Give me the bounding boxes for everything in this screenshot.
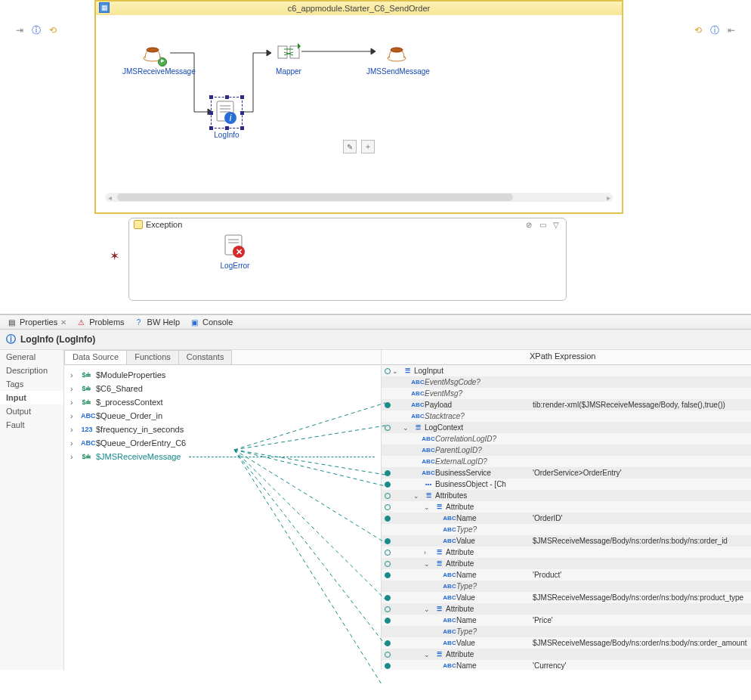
subtab-constants[interactable]: Constants xyxy=(178,350,233,364)
expand-icon[interactable]: ⌄ xyxy=(424,651,432,658)
xpath-expression[interactable]: 'Product' xyxy=(528,571,751,579)
activity-log-info[interactable]: i LogInfo xyxy=(196,97,257,139)
nav-output[interactable]: Output xyxy=(0,404,63,418)
xpath-row[interactable]: ›☰Attribute xyxy=(382,547,751,558)
xpath-expression[interactable]: 'OrderService>OrderEntry' xyxy=(528,469,751,477)
data-source-label: $C6_Shared xyxy=(96,382,143,395)
palette-link-icon[interactable]: ⟲ xyxy=(692,24,704,36)
tab-console[interactable]: ▣ Console xyxy=(189,317,233,327)
palette-arrow-icon[interactable]: ⇤ xyxy=(725,24,737,36)
exception-block[interactable]: ✶ Exception ⊘ ▭ ▽ ✕ LogError xyxy=(128,218,567,301)
process-canvas[interactable]: ▦ c6_appmodule.Starter_C6_SendOrder JMSR… xyxy=(94,0,623,214)
expand-icon[interactable]: › xyxy=(70,423,78,436)
tab-bw-help[interactable]: ? BW Help xyxy=(134,317,180,327)
activity-mapper[interactable]: Mapper xyxy=(258,39,319,76)
xpath-row[interactable]: ABCExternalLogID? xyxy=(382,456,751,467)
xpath-row[interactable]: ABCPayloadtib:render-xml($JMSReceiveMess… xyxy=(382,399,751,410)
dollar-type-icon: $≐ xyxy=(81,450,93,463)
palette-link-icon[interactable]: ⟲ xyxy=(47,24,59,36)
xpath-expression[interactable]: $JMSReceiveMessage/Body/ns:order/ns:body… xyxy=(528,537,751,545)
xpath-row[interactable]: ⌄☰Attribute xyxy=(382,603,751,615)
xpath-row[interactable]: ABCType? xyxy=(382,581,751,592)
data-source-item[interactable]: ›$≐$C6_Shared xyxy=(70,382,375,395)
xpath-row[interactable]: ABCStacktrace? xyxy=(382,410,751,422)
palette-info-icon[interactable]: ⓘ xyxy=(709,24,721,36)
nav-fault[interactable]: Fault xyxy=(0,418,63,432)
xpath-row[interactable]: ABCParentLogID? xyxy=(382,444,751,456)
xpath-row[interactable]: ⌄☰Attributes xyxy=(382,490,751,501)
xpath-expression[interactable]: tib:render-xml($JMSReceiveMessage/Body, … xyxy=(528,401,751,409)
expand-icon[interactable]: ⌄ xyxy=(413,492,422,500)
xpath-row[interactable]: ABCEventMsg? xyxy=(382,388,751,399)
link-icon[interactable]: ⊘ xyxy=(524,220,534,229)
expand-icon[interactable]: › xyxy=(70,450,78,463)
canvas-h-scrollbar[interactable]: ◂ ▸ xyxy=(105,193,613,202)
scroll-right-icon[interactable]: ▸ xyxy=(604,194,613,202)
xpath-row[interactable]: ABCCorrelationLogID? xyxy=(382,433,751,444)
xpath-row[interactable]: ABCValue$JMSReceiveMessage/Body/ns:order… xyxy=(382,592,751,603)
activity-jms-send[interactable]: JMSSendMessage xyxy=(366,39,427,76)
xpath-row[interactable]: ABCType? xyxy=(382,524,751,535)
xpath-row[interactable]: ⌄☰LogContext xyxy=(382,422,751,433)
xpath-row[interactable]: ABCValue$JMSReceiveMessage/Body/ns:order… xyxy=(382,637,751,649)
expand-icon[interactable]: ⌄ xyxy=(424,503,432,511)
activity-jms-receive[interactable]: JMSReceiveMessage xyxy=(122,39,183,76)
data-source-item[interactable]: ›$≐$JMSReceiveMessage xyxy=(70,450,375,463)
xpath-row[interactable]: ⌄☰Attribute xyxy=(382,558,751,569)
xpath-row[interactable]: ABCName'Product' xyxy=(382,569,751,581)
palette-info-icon[interactable]: ⓘ xyxy=(30,24,42,36)
nav-description[interactable]: Description xyxy=(0,364,63,377)
expand-icon[interactable]: › xyxy=(70,382,78,395)
xpath-row[interactable]: ABCName'Currency' xyxy=(382,660,751,670)
close-icon[interactable]: ✕ xyxy=(60,318,66,327)
nav-general[interactable]: General xyxy=(0,350,63,364)
expand-icon[interactable]: › xyxy=(70,436,78,450)
data-source-item[interactable]: ›$≐$ModuleProperties xyxy=(70,368,375,382)
activity-log-error[interactable]: ✕ LogError xyxy=(205,234,265,270)
xpath-tree[interactable]: ⌄☰LogInputABCEventMsgCode?ABCEventMsg?AB… xyxy=(382,365,751,670)
xpath-row[interactable]: •••BusinessObject - [Ch xyxy=(382,479,751,490)
subtab-functions[interactable]: Functions xyxy=(126,350,179,364)
nav-input[interactable]: Input xyxy=(0,391,63,404)
xpath-row[interactable]: ABCName'OrderID' xyxy=(382,513,751,524)
expand-icon[interactable]: › xyxy=(424,549,432,556)
nav-tags[interactable]: Tags xyxy=(0,377,63,391)
data-source-item[interactable]: ›ABC$Queue_Order_in xyxy=(70,409,375,423)
data-source-item[interactable]: ›123$frequency_in_seconds xyxy=(70,423,375,436)
xpath-expression[interactable]: $JMSReceiveMessage/Body/ns:order/ns:body… xyxy=(528,639,751,647)
palette-edit-button[interactable]: ✎ xyxy=(343,140,357,153)
expand-icon[interactable]: ⌄ xyxy=(392,367,400,375)
expand-icon[interactable]: › xyxy=(70,409,78,423)
scroll-left-icon[interactable]: ◂ xyxy=(105,194,114,202)
xpath-row[interactable]: ⌄☰Attribute xyxy=(382,649,751,660)
xpath-row[interactable]: ABCEventMsgCode? xyxy=(382,376,751,388)
expand-icon[interactable]: ⌄ xyxy=(403,424,411,432)
sub-tabs: Data Source Functions Constants xyxy=(64,350,381,365)
expand-icon[interactable]: ⌄ xyxy=(424,606,432,613)
xpath-expression[interactable]: $JMSReceiveMessage/Body/ns:order/ns:body… xyxy=(528,593,751,602)
data-source-tree[interactable]: ›$≐$ModuleProperties›$≐$C6_Shared›$≐$_pr… xyxy=(64,365,381,466)
minimize-icon[interactable]: ▭ xyxy=(537,220,548,229)
palette-arrow-icon[interactable]: ⇥ xyxy=(14,24,26,36)
expand-icon[interactable]: ⌄ xyxy=(424,560,432,568)
xpath-expression[interactable]: 'Price' xyxy=(528,616,751,624)
expand-icon[interactable]: › xyxy=(70,368,78,382)
xpath-expression[interactable]: 'Currency' xyxy=(528,661,751,670)
xpath-row[interactable]: ⌄☰LogInput xyxy=(382,365,751,376)
xpath-row[interactable]: ABCValue$JMSReceiveMessage/Body/ns:order… xyxy=(382,535,751,547)
collapse-icon[interactable]: ▽ xyxy=(551,220,561,229)
subtab-data-source[interactable]: Data Source xyxy=(64,350,127,364)
data-source-item[interactable]: ›$≐$_processContext xyxy=(70,395,375,409)
palette-add-button[interactable]: ＋ xyxy=(361,140,375,153)
xpath-row[interactable]: ABCBusinessService'OrderService>OrderEnt… xyxy=(382,467,751,479)
xpath-row[interactable]: ABCType? xyxy=(382,626,751,637)
canvas-body[interactable]: JMSReceiveMessage i LogInfo xyxy=(96,15,622,212)
data-source-item[interactable]: ›ABC$Queue_OrderEntry_C6 xyxy=(70,436,375,450)
scroll-thumb[interactable] xyxy=(117,194,513,201)
expand-icon[interactable]: › xyxy=(70,395,78,409)
tab-problems[interactable]: ⚠ Problems xyxy=(76,317,124,327)
xpath-expression[interactable]: 'OrderID' xyxy=(528,514,751,522)
tab-properties[interactable]: ▤ Properties ✕ xyxy=(6,317,66,327)
xpath-row[interactable]: ⌄☰Attribute xyxy=(382,501,751,513)
xpath-row[interactable]: ABCName'Price' xyxy=(382,615,751,626)
